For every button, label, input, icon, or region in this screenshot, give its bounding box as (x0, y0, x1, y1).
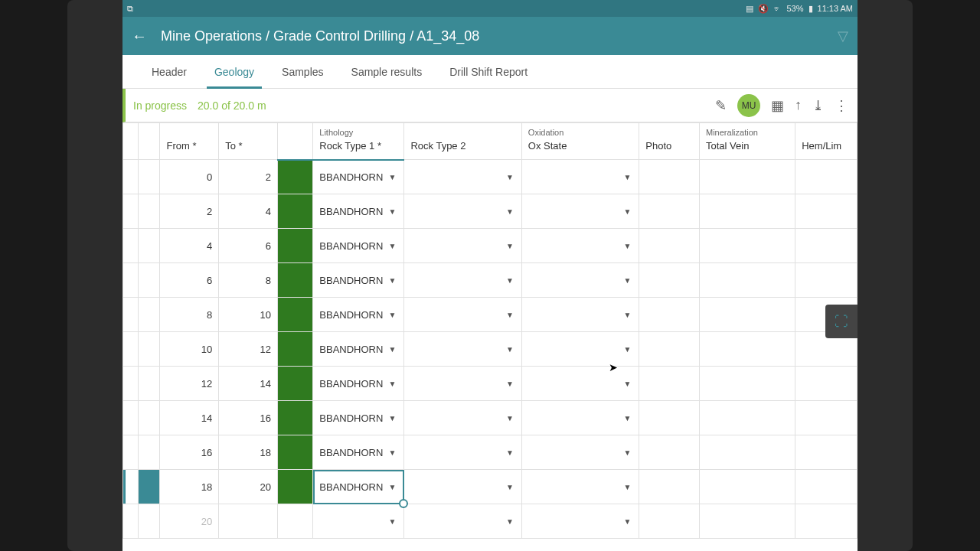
cell-from[interactable]: 6 (160, 263, 219, 298)
download-icon[interactable]: ⤓ (812, 97, 824, 114)
cell-from[interactable]: 2 (160, 194, 219, 229)
cell-photo[interactable] (639, 435, 700, 470)
cell-rock-type-1[interactable]: BBANDHORN▼ (313, 298, 404, 332)
user-avatar-badge[interactable]: MU (737, 94, 760, 117)
row-select[interactable] (139, 160, 160, 194)
cell-from[interactable]: 18 (160, 470, 219, 504)
cell-photo[interactable] (639, 263, 700, 298)
tab-samples[interactable]: Samples (268, 55, 337, 89)
row-select[interactable] (139, 229, 160, 263)
cell-from[interactable]: 12 (160, 367, 219, 401)
cell-from[interactable]: 8 (160, 298, 219, 332)
row-handle[interactable] (123, 194, 139, 229)
row-handle[interactable] (123, 263, 139, 298)
cell-rock-type-1[interactable]: BBANDHORN▼ (313, 470, 404, 504)
row-select[interactable] (139, 367, 160, 401)
cell-total-vein[interactable] (700, 332, 795, 367)
back-arrow-icon[interactable]: ← (132, 28, 147, 45)
column-header-rock-type-2[interactable]: Rock Type 2 (404, 123, 521, 160)
cell-photo[interactable] (639, 194, 700, 229)
row-select[interactable] (139, 194, 160, 229)
cell-rock-type-2[interactable]: ▼ (404, 229, 521, 263)
tab-drill-shift-report[interactable]: Drill Shift Report (436, 55, 541, 89)
filter-icon[interactable]: ▽ (838, 28, 848, 44)
cell-hem-lim[interactable] (795, 401, 858, 435)
cell-from[interactable]: 4 (160, 229, 219, 263)
cell-photo[interactable] (639, 504, 700, 539)
cell-rock-type-1[interactable]: BBANDHORN▼ (313, 435, 404, 470)
cell-to[interactable]: 14 (219, 367, 278, 401)
cell-to[interactable]: 20 (219, 470, 278, 504)
cell-hem-lim[interactable] (795, 504, 858, 539)
row-select[interactable] (139, 298, 160, 332)
cell-hem-lim[interactable] (795, 194, 858, 229)
row-select[interactable] (139, 504, 160, 539)
tab-header[interactable]: Header (138, 55, 201, 89)
cell-to[interactable] (219, 504, 278, 539)
cell-photo[interactable] (639, 401, 700, 435)
cell-photo[interactable] (639, 160, 700, 194)
column-header-ox-state[interactable]: OxidationOx State (521, 123, 639, 160)
cell-photo[interactable] (639, 332, 700, 367)
tab-geology[interactable]: Geology (201, 55, 268, 89)
cell-to[interactable]: 4 (219, 194, 278, 229)
cell-hem-lim[interactable] (795, 435, 858, 470)
row-select[interactable] (139, 435, 160, 470)
cell-ox-state[interactable]: ▼ (521, 160, 639, 194)
column-header-hem-lim[interactable]: Hem/Lim (795, 123, 858, 160)
cell-to[interactable]: 16 (219, 401, 278, 435)
column-header-to[interactable]: To * (219, 123, 278, 160)
cell-rock-type-2[interactable]: ▼ (404, 367, 521, 401)
cell-rock-type-1[interactable]: BBANDHORN▼ (313, 401, 404, 435)
cell-from[interactable]: 20 (160, 504, 219, 539)
row-handle[interactable] (123, 367, 139, 401)
cell-rock-type-2[interactable]: ▼ (404, 332, 521, 367)
cell-rock-type-2[interactable]: ▼ (404, 263, 521, 298)
cell-rock-type-1[interactable]: BBANDHORN▼ (313, 263, 404, 298)
row-select[interactable] (139, 332, 160, 367)
table-view-icon[interactable]: ▦ (771, 97, 784, 114)
expand-fullscreen-button[interactable]: ⛶ (825, 305, 858, 338)
row-select[interactable] (139, 263, 160, 298)
cell-hem-lim[interactable] (795, 470, 858, 504)
cell-rock-type-2[interactable]: ▼ (404, 160, 521, 194)
row-select[interactable] (139, 401, 160, 435)
cell-rock-type-1[interactable]: BBANDHORN▼ (313, 229, 404, 263)
cell-rock-type-2[interactable]: ▼ (404, 194, 521, 229)
cell-total-vein[interactable] (700, 229, 795, 263)
cell-ox-state[interactable]: ▼ (521, 194, 639, 229)
cell-from[interactable]: 14 (160, 401, 219, 435)
cell-from[interactable]: 10 (160, 332, 219, 367)
cell-to[interactable]: 6 (219, 229, 278, 263)
cell-photo[interactable] (639, 229, 700, 263)
cell-hem-lim[interactable] (795, 367, 858, 401)
row-select[interactable] (139, 470, 160, 504)
cell-rock-type-2[interactable]: ▼ (404, 435, 521, 470)
cell-to[interactable]: 2 (219, 160, 278, 194)
cell-hem-lim[interactable] (795, 229, 858, 263)
cell-rock-type-2[interactable]: ▼ (404, 504, 521, 539)
cell-to[interactable]: 12 (219, 332, 278, 367)
cell-total-vein[interactable] (700, 263, 795, 298)
column-header-from[interactable]: From * (160, 123, 219, 160)
cell-ox-state[interactable]: ▼ (521, 435, 639, 470)
cell-photo[interactable] (639, 367, 700, 401)
upload-icon[interactable]: ↑ (795, 97, 802, 113)
cell-total-vein[interactable] (700, 160, 795, 194)
cell-rock-type-1[interactable]: BBANDHORN▼ (313, 367, 404, 401)
cell-total-vein[interactable] (700, 435, 795, 470)
cell-total-vein[interactable] (700, 367, 795, 401)
cell-ox-state[interactable]: ▼ (521, 332, 639, 367)
cell-rock-type-2[interactable]: ▼ (404, 401, 521, 435)
cell-ox-state[interactable]: ▼ (521, 470, 639, 504)
cell-from[interactable]: 0 (160, 160, 219, 194)
cell-rock-type-1[interactable]: BBANDHORN▼ (313, 332, 404, 367)
cell-photo[interactable] (639, 470, 700, 504)
row-handle[interactable] (123, 504, 139, 539)
cell-rock-type-1[interactable]: BBANDHORN▼ (313, 160, 404, 194)
cell-ox-state[interactable]: ▼ (521, 263, 639, 298)
row-handle[interactable] (123, 332, 139, 367)
row-handle[interactable] (123, 229, 139, 263)
cell-ox-state[interactable]: ▼ (521, 367, 639, 401)
cell-hem-lim[interactable] (795, 263, 858, 298)
